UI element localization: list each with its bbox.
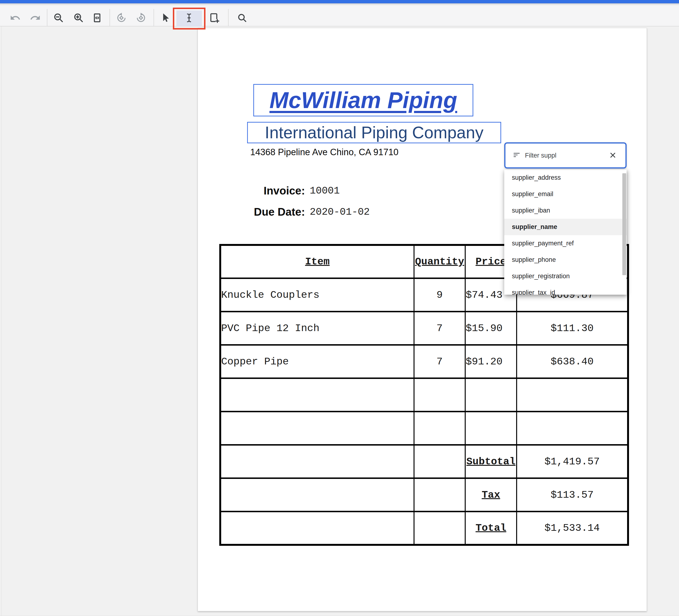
supplier-tagline-text[interactable]: International Piping Company [265, 123, 483, 142]
toolbar-divider [109, 9, 110, 26]
empty-cell [414, 378, 465, 412]
field-filter-input[interactable]: Filter suppl [504, 142, 626, 168]
toolbar-divider [154, 9, 154, 26]
option-supplier-payment-ref[interactable]: supplier_payment_ref [504, 235, 626, 252]
quantity-cell[interactable]: 7 [414, 312, 465, 345]
undo-icon [10, 12, 21, 24]
zoom-in-icon [73, 12, 84, 24]
empty-cell [414, 412, 465, 445]
empty-cell [220, 445, 414, 478]
supplier-name-text[interactable]: McWilliam Piping [269, 87, 457, 113]
price-cell[interactable]: $91.20 [465, 345, 517, 378]
empty-cell [414, 478, 465, 512]
table-summary-row: Tax $113.57 [220, 478, 628, 512]
rotate-right-button[interactable] [133, 10, 149, 26]
fit-to-page-icon [92, 12, 103, 24]
supplier-address-text[interactable]: 14368 Pipeline Ave Chino, CA 91710 [250, 147, 398, 157]
empty-cell [465, 378, 517, 412]
table-summary-row: Total $1,533.14 [220, 512, 628, 545]
app-header-bar [0, 0, 679, 3]
empty-cell [220, 478, 414, 512]
empty-cell [220, 412, 414, 445]
annotation-box-supplier-tagline[interactable]: International Piping Company [247, 122, 501, 143]
option-supplier-phone[interactable]: supplier_phone [504, 252, 626, 268]
table-empty-row [220, 378, 628, 412]
redo-button[interactable] [28, 10, 43, 26]
option-supplier-tax-id[interactable]: supplier_tax_id [504, 285, 626, 295]
fit-to-page-button[interactable] [90, 10, 105, 26]
search-icon [237, 12, 248, 24]
filter-query-text[interactable]: Filter suppl [525, 152, 609, 159]
toolbar-divider [228, 9, 229, 26]
invoice-number-value[interactable]: 10001 [310, 185, 340, 197]
option-supplier-address[interactable]: supplier_address [504, 169, 626, 186]
tax-value[interactable]: $113.57 [517, 478, 628, 512]
active-tool-outline [173, 8, 205, 30]
rotate-left-button[interactable] [114, 10, 129, 26]
amount-cell[interactable]: $638.40 [517, 345, 628, 378]
subtotal-value[interactable]: $1,419.57 [517, 445, 628, 478]
due-date-value[interactable]: 2020-01-02 [310, 206, 370, 218]
empty-cell [517, 412, 628, 445]
option-supplier-name[interactable]: supplier_name [504, 219, 626, 235]
select-cursor-button[interactable] [158, 10, 173, 26]
item-cell[interactable]: Copper Pipe [220, 345, 414, 378]
quantity-cell[interactable]: 9 [414, 278, 465, 312]
empty-cell [517, 378, 628, 412]
total-label: Total [465, 512, 517, 545]
table-row: PVC Pipe 12 Inch 7 $15.90 $111.30 [220, 312, 628, 345]
quantity-cell[interactable]: 7 [414, 345, 465, 378]
undo-button[interactable] [8, 10, 23, 26]
column-header-item: Item [220, 245, 414, 278]
column-header-quantity: Quantity [414, 245, 465, 278]
empty-cell [414, 512, 465, 545]
item-cell[interactable]: Knuckle Couplers [220, 278, 414, 312]
amount-cell[interactable]: $111.30 [517, 312, 628, 345]
close-button[interactable] [609, 151, 617, 160]
subtotal-label: Subtotal [465, 445, 517, 478]
empty-cell [414, 445, 465, 478]
item-cell[interactable]: PVC Pipe 12 Inch [220, 312, 414, 345]
rotate-left-icon [116, 12, 127, 24]
invoice-number-label: Invoice: [198, 184, 305, 197]
redo-icon [30, 12, 41, 24]
rotate-right-icon [135, 12, 147, 24]
table-empty-row [220, 412, 628, 445]
toolbar-divider [47, 9, 47, 26]
toolbar [0, 3, 679, 26]
table-row: Copper Pipe 7 $91.20 $638.40 [220, 345, 628, 378]
zoom-out-button[interactable] [51, 10, 66, 26]
table-summary-row: Subtotal $1,419.57 [220, 445, 628, 478]
select-cursor-icon [160, 12, 171, 24]
search-button[interactable] [234, 10, 250, 26]
empty-cell [220, 512, 414, 545]
option-supplier-iban[interactable]: supplier_iban [504, 202, 626, 219]
document-page: McWilliam Piping International Piping Co… [198, 28, 647, 611]
price-cell[interactable]: $15.90 [465, 312, 517, 345]
empty-cell [465, 412, 517, 445]
filter-icon [513, 151, 521, 160]
close-icon [609, 151, 617, 160]
add-annotation-button[interactable] [207, 10, 222, 26]
empty-cell [220, 378, 414, 412]
tax-label: Tax [465, 478, 517, 512]
due-date-label: Due Date: [198, 205, 305, 218]
field-option-list: supplier_address supplier_email supplier… [504, 169, 626, 295]
option-supplier-email[interactable]: supplier_email [504, 186, 626, 202]
zoom-in-button[interactable] [71, 10, 86, 26]
total-value[interactable]: $1,533.14 [517, 512, 628, 545]
zoom-out-icon [53, 12, 64, 24]
add-annotation-icon [209, 12, 220, 24]
option-supplier-registration[interactable]: supplier_registration [504, 268, 626, 285]
annotation-box-supplier-name[interactable]: McWilliam Piping [253, 84, 473, 117]
window-bottom-edge [0, 615, 679, 616]
list-scrollbar-thumb[interactable] [622, 173, 626, 275]
